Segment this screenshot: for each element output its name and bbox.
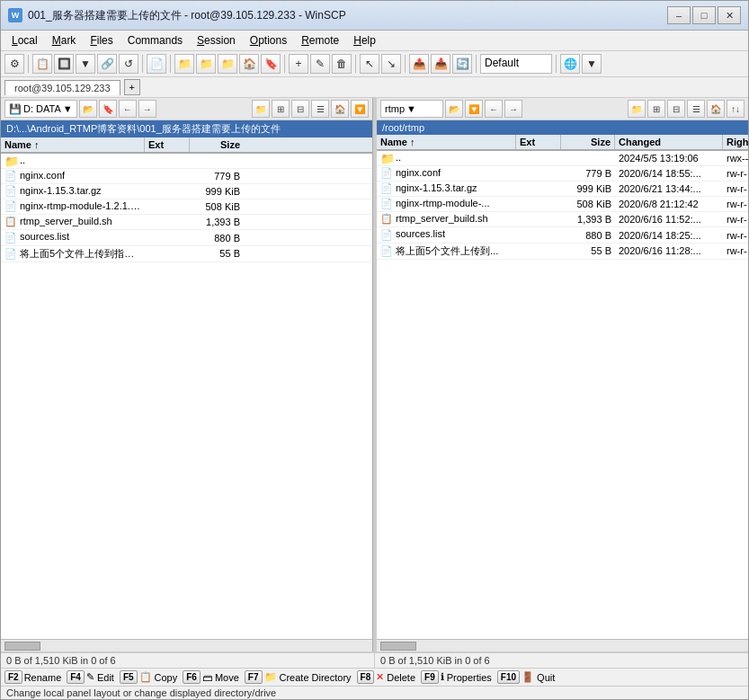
right-forward-button[interactable]: →: [504, 100, 522, 118]
settings-button[interactable]: ⚙: [4, 54, 24, 74]
right-open-dir-button[interactable]: 📂: [445, 100, 463, 118]
left-col-name[interactable]: Name ↑: [1, 137, 145, 152]
session-tab[interactable]: root@39.105.129.233: [4, 80, 120, 95]
left-col-size[interactable]: Size: [190, 137, 244, 152]
right-col-name[interactable]: Name ↑: [377, 135, 516, 149]
f10-icon: 🚪: [522, 671, 534, 683]
toolbar-btn-18[interactable]: 📥: [431, 54, 450, 74]
toolbar-btn-8[interactable]: 📁: [196, 54, 216, 74]
left-grid2-button[interactable]: ⊟: [291, 100, 309, 118]
toolbar-btn-14[interactable]: 🗑: [332, 54, 352, 74]
left-file-row-parent[interactable]: 📁..: [1, 154, 372, 169]
right-file-row-1[interactable]: 📄nginx-1.15.3.tar.gz 999 KiB 2020/6/21 1…: [377, 182, 748, 197]
menu-local[interactable]: Local: [4, 32, 45, 49]
left-file-row-3[interactable]: 📋rtmp_server_build.sh 1,393 B: [1, 215, 372, 230]
left-scrollbar-h[interactable]: [1, 639, 372, 651]
session-type-dropdown[interactable]: Default: [480, 54, 552, 74]
left-filter-button[interactable]: 🔽: [351, 100, 369, 118]
shortcut-f6[interactable]: F6 🗃 Move: [183, 670, 239, 684]
left-scroll-thumb[interactable]: [4, 642, 40, 651]
right-scroll-thumb[interactable]: [380, 642, 416, 651]
toolbar-btn-16[interactable]: ↘: [381, 54, 401, 74]
toolbar-btn-1[interactable]: 📋: [32, 54, 52, 74]
right-file-row-0[interactable]: 📄nginx.conf 779 B 2020/6/14 18:55:... rw…: [377, 166, 748, 182]
right-col-changed[interactable]: Changed: [615, 135, 723, 149]
close-button[interactable]: ✕: [718, 6, 741, 24]
left-drive-selector[interactable]: 💾 D: DATA ▼: [4, 100, 77, 118]
shortcut-f2[interactable]: F2 Rename: [4, 670, 61, 684]
left-back-button[interactable]: ←: [119, 100, 137, 118]
toolbar-btn-5[interactable]: ↺: [119, 54, 138, 74]
shortcut-f10[interactable]: F10 🚪 Quit: [497, 670, 555, 684]
left-open-dir-button[interactable]: 📂: [79, 100, 97, 118]
key-f8: F8: [357, 670, 375, 684]
toolbar-btn-13[interactable]: ✎: [310, 54, 330, 74]
shortcut-f9[interactable]: F9 ℹ Properties: [421, 670, 492, 684]
right-drive-selector[interactable]: rtmp ▼: [380, 100, 443, 118]
menu-session[interactable]: Session: [190, 32, 243, 49]
left-file-row-2[interactable]: 📄nginx-rtmp-module-1.2.1.tar.gz 508 KiB: [1, 199, 372, 215]
menu-files[interactable]: Files: [83, 32, 120, 49]
right-sort-button[interactable]: ↑↓: [727, 100, 745, 118]
toolbar-btn-9[interactable]: 📁: [218, 54, 237, 74]
left-forward-button[interactable]: →: [138, 100, 156, 118]
toolbar-btn-12[interactable]: +: [289, 54, 308, 74]
left-file-row-0[interactable]: 📄nginx.conf 779 B: [1, 169, 372, 184]
left-file-row-5[interactable]: 📄将上面5个文件上传到指定目录.txt 55 B: [1, 246, 372, 262]
toolbar-btn-6[interactable]: 📄: [147, 54, 166, 74]
left-grid1-button[interactable]: ⊞: [272, 100, 290, 118]
left-path-bar: D:\...\Android_RTMP博客资料\001_服务器搭建需要上传的文件: [1, 120, 372, 137]
right-scrollbar-h[interactable]: [377, 639, 748, 651]
right-file-row-3[interactable]: 📋rtmp_server_build.sh 1,393 B 2020/6/16 …: [377, 212, 748, 227]
right-file-row-4[interactable]: 📄sources.list 880 B 2020/6/14 18:25:... …: [377, 227, 748, 243]
session-add-button[interactable]: +: [124, 79, 140, 95]
right-home-button[interactable]: 🏠: [707, 100, 725, 118]
toolbar-btn-10[interactable]: 🏠: [239, 54, 259, 74]
toolbar-btn-4[interactable]: 🔗: [97, 54, 117, 74]
right-file-size-0: 779 B: [561, 167, 615, 180]
left-bookmark-button[interactable]: 🔖: [99, 100, 117, 118]
right-grid1-button[interactable]: ⊞: [647, 100, 665, 118]
shortcut-f5[interactable]: F5 📋 Copy: [120, 670, 177, 684]
right-file-row-5[interactable]: 📄将上面5个文件上传到... 55 B 2020/6/16 11:28:... …: [377, 244, 748, 260]
right-file-row-parent[interactable]: 📁.. 2024/5/5 13:19:06 rwx--: [377, 151, 748, 166]
menu-mark[interactable]: Mark: [45, 32, 84, 49]
maximize-button[interactable]: □: [692, 6, 716, 24]
left-file-list[interactable]: Name ↑ Ext Size 📁.. 📄nginx.conf: [1, 137, 372, 639]
right-back-button[interactable]: ←: [485, 100, 503, 118]
right-filter-button[interactable]: 🔽: [465, 100, 483, 118]
toolbar-btn-2[interactable]: 🔲: [54, 54, 74, 74]
right-file-list[interactable]: Name ↑ Ext Size Changed Rights 📁.. 2024/…: [377, 135, 748, 639]
toolbar-btn-19[interactable]: 🔄: [452, 54, 472, 74]
right-grid2-button[interactable]: ⊟: [667, 100, 685, 118]
left-file-row-1[interactable]: 📄nginx-1.15.3.tar.gz 999 KiB: [1, 184, 372, 199]
shortcut-f4[interactable]: F4 ✎ Edit: [67, 670, 114, 684]
left-col-ext[interactable]: Ext: [145, 137, 190, 152]
left-file-ext-4: [145, 237, 190, 239]
right-col-size[interactable]: Size: [561, 135, 615, 149]
minimize-button[interactable]: –: [667, 6, 691, 24]
shortcut-f8[interactable]: F8 ✕ Delete: [357, 670, 415, 684]
right-newfolder-button[interactable]: 📁: [628, 100, 646, 118]
toolbar-btn-11[interactable]: 🔖: [261, 54, 281, 74]
menu-commands[interactable]: Commands: [120, 32, 190, 49]
right-col-rights[interactable]: Rights: [723, 135, 748, 149]
toolbar-btn-21[interactable]: ▼: [582, 54, 602, 74]
left-home-button[interactable]: 🏠: [331, 100, 349, 118]
right-file-row-2[interactable]: 📄nginx-rtmp-module-... 508 KiB 2020/6/8 …: [377, 197, 748, 212]
left-newfolder-button[interactable]: 📁: [252, 100, 270, 118]
toolbar-btn-3[interactable]: ▼: [76, 54, 95, 74]
left-list-button[interactable]: ☰: [311, 100, 329, 118]
right-list-button[interactable]: ☰: [687, 100, 705, 118]
main-window: W 001_服务器搭建需要上传的文件 - root@39.105.129.233…: [0, 0, 749, 700]
menu-help[interactable]: Help: [346, 32, 383, 49]
toolbar-btn-17[interactable]: 📤: [409, 54, 429, 74]
menu-options[interactable]: Options: [243, 32, 294, 49]
toolbar-btn-15[interactable]: ↖: [360, 54, 379, 74]
right-col-ext[interactable]: Ext: [516, 135, 561, 149]
shortcut-f7[interactable]: F7 📁 Create Directory: [245, 670, 352, 684]
menu-remote[interactable]: Remote: [294, 32, 346, 49]
left-file-row-4[interactable]: 📄sources.list 880 B: [1, 230, 372, 245]
toolbar-btn-20[interactable]: 🌐: [560, 54, 580, 74]
toolbar-btn-7[interactable]: 📁: [174, 54, 194, 74]
